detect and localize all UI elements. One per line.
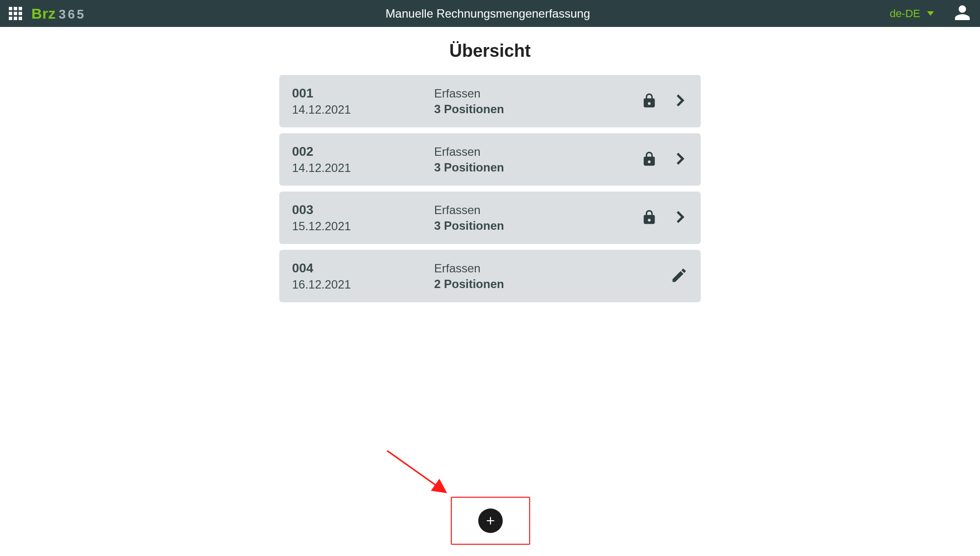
entry-id: 001 <box>292 86 434 101</box>
list-item[interactable]: 00114.12.2021Erfassen3 Positionen <box>279 75 701 127</box>
apps-menu-icon[interactable] <box>9 7 23 21</box>
annotation-highlight-box <box>451 497 530 545</box>
lock-icon <box>641 91 658 112</box>
lock-icon <box>641 207 658 229</box>
chevron-down-icon <box>927 11 934 16</box>
page-title: Übersicht <box>0 41 980 61</box>
entry-status: Erfassen <box>434 145 641 159</box>
entry-positions: 3 Positionen <box>434 161 641 174</box>
entry-date: 14.12.2021 <box>292 103 434 117</box>
logo-sub: 365 <box>59 7 86 22</box>
chevron-right-icon[interactable] <box>672 149 688 170</box>
entry-status-col: Erfassen3 Positionen <box>434 203 641 233</box>
entry-positions: 2 Positionen <box>434 277 670 291</box>
list-item[interactable]: 00315.12.2021Erfassen3 Positionen <box>279 192 701 244</box>
logo-main: Brz <box>31 5 56 22</box>
chevron-right-icon[interactable] <box>672 207 688 229</box>
entries-list: 00114.12.2021Erfassen3 Positionen00214.1… <box>279 75 701 302</box>
entry-status: Erfassen <box>434 87 641 100</box>
entry-id-col: 00114.12.2021 <box>292 86 434 117</box>
entry-status-col: Erfassen3 Positionen <box>434 145 641 174</box>
entry-icons <box>641 207 688 229</box>
entry-status-col: Erfassen2 Positionen <box>434 262 670 291</box>
user-menu-icon[interactable] <box>954 4 971 24</box>
add-button[interactable] <box>478 508 503 533</box>
brand-logo: Brz365 <box>31 5 86 22</box>
entry-status-col: Erfassen3 Positionen <box>434 87 641 116</box>
entry-date: 15.12.2021 <box>292 219 434 233</box>
chevron-right-icon[interactable] <box>672 91 688 112</box>
entry-id-col: 00214.12.2021 <box>292 144 434 175</box>
edit-icon[interactable] <box>670 266 688 286</box>
entry-positions: 3 Positionen <box>434 219 641 233</box>
svg-line-0 <box>387 451 446 492</box>
entry-date: 14.12.2021 <box>292 161 434 175</box>
entry-id: 002 <box>292 144 434 159</box>
lock-icon <box>641 149 658 170</box>
entry-date: 16.12.2021 <box>292 278 434 291</box>
entry-id: 003 <box>292 202 434 218</box>
entry-icons <box>641 149 688 170</box>
list-item[interactable]: 00214.12.2021Erfassen3 Positionen <box>279 133 701 186</box>
entry-id-col: 00416.12.2021 <box>292 261 434 291</box>
entry-icons <box>670 266 688 286</box>
list-item[interactable]: 00416.12.2021Erfassen2 Positionen <box>279 250 701 302</box>
plus-icon <box>484 514 497 527</box>
entry-status: Erfassen <box>434 203 641 217</box>
entry-id-col: 00315.12.2021 <box>292 202 434 233</box>
entry-id: 004 <box>292 261 434 276</box>
app-title: Manuelle Rechnungsmengenerfassung <box>86 7 889 21</box>
entry-status: Erfassen <box>434 262 670 275</box>
annotation-arrow <box>382 446 461 505</box>
entry-positions: 3 Positionen <box>434 102 641 116</box>
language-label: de-DE <box>890 7 920 20</box>
language-selector[interactable]: de-DE <box>890 7 934 20</box>
entry-icons <box>641 91 688 112</box>
top-bar: Brz365 Manuelle Rechnungsmengenerfassung… <box>0 0 980 27</box>
